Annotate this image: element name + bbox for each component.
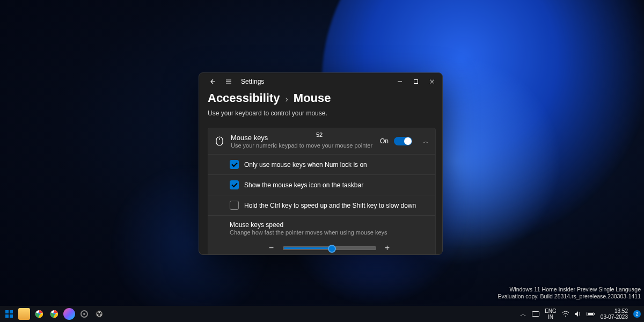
svg-point-17 [100,314,102,316]
breadcrumb: Accessibility › Mouse [208,91,434,105]
svg-rect-5 [5,314,9,318]
breadcrumb-parent[interactable]: Accessibility [208,91,280,105]
settings-scroll-area[interactable]: Mouse keys Use your numeric keypad to mo… [208,128,438,254]
keyboard-icon[interactable] [532,311,539,317]
slider-thumb[interactable] [328,245,336,253]
option-taskbar-icon-checkbox[interactable] [230,180,239,189]
page-subtitle: Use your keyboard to control your mouse. [208,109,434,117]
minimize-button[interactable] [392,74,408,89]
option-ctrl-shift-checkbox[interactable] [230,201,239,210]
option-numlock-label: Only use mouse keys when Num lock is on [244,161,367,169]
svg-rect-0 [414,80,418,84]
option-numlock-checkbox[interactable] [230,160,239,169]
svg-point-15 [99,312,100,313]
desktop-watermark: Windows 11 Home Insider Preview Single L… [497,286,641,301]
chrome-icon[interactable] [33,308,45,320]
svg-rect-6 [10,314,13,318]
option-taskbar-icon-row[interactable]: Show the mouse keys icon on the taskbar [208,174,435,195]
mouse-keys-title: Mouse keys [231,134,374,142]
speed-decrease-button[interactable]: − [268,243,275,253]
close-button[interactable] [424,74,440,89]
wifi-icon[interactable] [562,311,569,317]
volume-icon[interactable] [575,311,581,317]
svg-rect-4 [10,310,13,313]
hamburger-button[interactable] [221,74,237,89]
svg-point-12 [83,313,85,315]
watermark-line1: Windows 11 Home Insider Preview Single L… [497,286,641,294]
option-taskbar-icon-label: Show the mouse keys icon on the taskbar [244,181,363,189]
obs-icon[interactable] [93,308,105,320]
slider-fill [284,247,332,249]
speed-section: Mouse keys speed Change how fast the poi… [208,215,435,254]
mouse-keys-toggle[interactable] [394,137,412,145]
option-ctrl-shift-label: Hold the Ctrl key to speed up and the Sh… [244,202,416,209]
svg-point-19 [565,316,566,317]
settings-icon[interactable] [78,308,90,320]
toggle-state-label: On [380,137,389,145]
speed-title: Mouse keys speed [230,221,429,229]
svg-rect-3 [5,310,9,313]
taskbar: ︿ ENG IN 13:52 03-07-2023 2 [0,306,644,322]
window-title: Settings [241,78,392,85]
svg-rect-21 [594,313,595,315]
clock[interactable]: 13:52 03-07-2023 [601,308,628,320]
tray-overflow-icon[interactable]: ︿ [520,310,526,319]
speed-description: Change how fast the pointer moves when u… [230,229,429,236]
start-button[interactable] [3,308,15,320]
svg-rect-22 [588,313,593,315]
speed-slider[interactable] [283,246,376,250]
mouse-keys-card: Mouse keys Use your numeric keypad to mo… [208,128,436,254]
chevron-right-icon: › [286,94,288,104]
notification-badge[interactable]: 2 [633,310,641,318]
maximize-button[interactable] [408,74,424,89]
breadcrumb-current: Mouse [294,91,331,105]
settings-window: Settings Accessibility › Mouse Use your … [199,72,443,255]
svg-rect-18 [532,312,539,317]
battery-icon[interactable] [587,311,595,317]
chevron-up-icon[interactable]: ︿ [423,137,429,145]
language-indicator[interactable]: ENG IN [545,308,557,320]
mouse-keys-description: Use your numeric keypad to move your mou… [231,142,374,149]
watermark-line2: Evaluation copy. Build 25314.rs_prerelea… [497,293,641,301]
speed-value-tooltip: 52 [314,131,325,138]
copilot-icon[interactable] [63,308,75,320]
speed-increase-button[interactable]: + [384,243,391,253]
titlebar: Settings [199,73,442,90]
chrome-canary-icon[interactable] [48,308,60,320]
option-numlock-row[interactable]: Only use mouse keys when Num lock is on [208,154,435,174]
svg-point-16 [97,314,99,316]
file-explorer-icon[interactable] [18,308,30,320]
mouse-icon [215,136,224,146]
system-tray: ︿ ENG IN 13:52 03-07-2023 2 [520,308,641,320]
back-button[interactable] [204,74,221,89]
option-ctrl-shift-row[interactable]: Hold the Ctrl key to speed up and the Sh… [208,195,435,215]
